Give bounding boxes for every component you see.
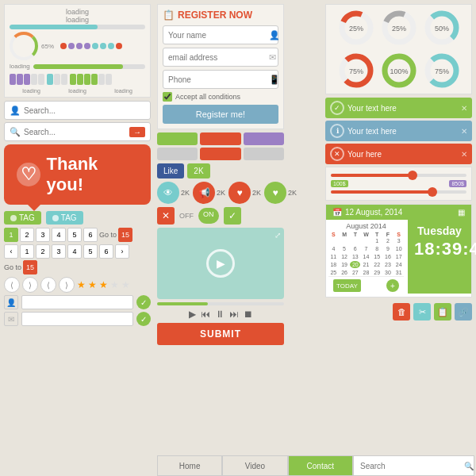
btn-red-1[interactable] bbox=[200, 132, 240, 145]
nav-btn-4[interactable]: ⟩ bbox=[59, 277, 75, 293]
nav-search-input[interactable] bbox=[360, 462, 461, 470]
add-event-button[interactable]: + bbox=[386, 279, 399, 292]
calendar-grid-icon[interactable]: ▦ bbox=[458, 208, 465, 217]
cal-day-21[interactable]: 21 bbox=[361, 261, 371, 268]
cal-day-17[interactable]: 17 bbox=[393, 253, 404, 260]
register-button[interactable]: Register me! bbox=[163, 105, 278, 124]
check-2[interactable]: ✓ bbox=[136, 312, 151, 326]
cal-day-1[interactable]: 1 bbox=[372, 237, 382, 244]
cal-day-30[interactable]: 30 bbox=[383, 269, 393, 276]
like-icon[interactable]: ♥ bbox=[264, 182, 286, 204]
btn-gray-1[interactable] bbox=[157, 148, 198, 160]
toggle-switch[interactable]: ON bbox=[198, 208, 219, 224]
cal-day-18[interactable]: 18 bbox=[328, 261, 339, 268]
prev-btn[interactable]: ‹ bbox=[4, 244, 18, 259]
cal-day-13[interactable]: 13 bbox=[350, 253, 360, 260]
cal-day-20[interactable]: 20 bbox=[350, 261, 360, 268]
cal-day-28[interactable]: 28 bbox=[361, 269, 371, 276]
play-ctrl[interactable]: ▶ bbox=[189, 309, 196, 320]
nav-btn-3[interactable]: ⟨ bbox=[40, 277, 56, 293]
link-icon[interactable]: 🔗 bbox=[455, 303, 472, 321]
page2-2[interactable]: 2 bbox=[36, 244, 50, 259]
page-5[interactable]: 5 bbox=[67, 228, 82, 242]
page-1[interactable]: 1 bbox=[4, 228, 18, 242]
submit-button[interactable]: SUBMIT bbox=[157, 323, 284, 345]
cal-day-29[interactable]: 29 bbox=[372, 269, 382, 276]
notif-close-1[interactable]: ✕ bbox=[461, 104, 467, 113]
cal-day-7[interactable]: 7 bbox=[361, 245, 371, 252]
like-button[interactable]: Like bbox=[157, 163, 184, 178]
phone-field[interactable]: 📱 bbox=[163, 70, 278, 89]
tag-2-wrap[interactable]: TAG bbox=[46, 211, 83, 225]
page2-6[interactable]: 6 bbox=[99, 244, 113, 259]
cal-day-22[interactable]: 22 bbox=[372, 261, 382, 268]
delete-icon[interactable]: 🗑 bbox=[393, 303, 410, 321]
slider-thumb-1[interactable] bbox=[408, 171, 417, 180]
star-5[interactable]: ★ bbox=[121, 279, 130, 290]
cal-day-14[interactable]: 14 bbox=[361, 253, 371, 260]
today-button[interactable]: TODAY bbox=[333, 279, 361, 292]
notif-close-2[interactable]: ✕ bbox=[461, 127, 467, 136]
cal-day-12[interactable]: 12 bbox=[340, 253, 350, 260]
name-field[interactable]: 👤 bbox=[163, 25, 278, 44]
cal-day-9[interactable]: 9 bbox=[383, 245, 393, 252]
play-button[interactable]: ▶ bbox=[206, 249, 235, 278]
cal-day-26[interactable]: 26 bbox=[340, 269, 350, 276]
nav-video[interactable]: Video bbox=[222, 455, 287, 476]
check-button[interactable]: ✓ bbox=[224, 207, 241, 225]
star-2[interactable]: ★ bbox=[88, 279, 97, 290]
user-bar[interactable] bbox=[21, 295, 133, 309]
next-btn[interactable]: › bbox=[115, 244, 129, 259]
slider-track-2[interactable] bbox=[331, 190, 466, 194]
toggle-on[interactable]: ON bbox=[198, 208, 219, 224]
search-arrow-btn[interactable]: → bbox=[129, 127, 145, 137]
cal-day-5[interactable]: 5 bbox=[340, 245, 350, 252]
star-3[interactable]: ★ bbox=[99, 279, 108, 290]
star-4[interactable]: ★ bbox=[110, 279, 119, 290]
search-input-1[interactable] bbox=[24, 106, 145, 115]
page-4[interactable]: 4 bbox=[52, 228, 66, 242]
cal-day-8[interactable]: 8 bbox=[372, 245, 382, 252]
nav-btn-1[interactable]: ⟨ bbox=[4, 277, 20, 293]
cal-day-3[interactable]: 3 bbox=[393, 237, 404, 244]
cal-day-23[interactable]: 23 bbox=[383, 261, 393, 268]
stop-ctrl[interactable]: ⏹ bbox=[244, 309, 253, 320]
nav-contact[interactable]: Contact bbox=[288, 455, 353, 476]
star-1[interactable]: ★ bbox=[77, 279, 86, 290]
page2-4[interactable]: 4 bbox=[67, 244, 82, 259]
check-1[interactable]: ✓ bbox=[136, 295, 151, 309]
cal-day-27[interactable]: 27 bbox=[350, 269, 360, 276]
btn-green-1[interactable] bbox=[157, 132, 198, 145]
heart-icon-social[interactable]: ♥ bbox=[228, 182, 251, 204]
cal-day-11[interactable]: 11 bbox=[328, 253, 339, 260]
cal-day-6[interactable]: 6 bbox=[350, 245, 360, 252]
forward-ctrl[interactable]: ⏭ bbox=[229, 309, 239, 320]
btn-purple-1[interactable] bbox=[244, 132, 284, 145]
cal-day-15[interactable]: 15 bbox=[372, 253, 382, 260]
page2-3[interactable]: 3 bbox=[52, 244, 66, 259]
video-progress-bar[interactable] bbox=[157, 302, 284, 305]
page-current-1[interactable]: 15 bbox=[118, 228, 132, 242]
page-6[interactable]: 6 bbox=[83, 228, 98, 242]
page2-5[interactable]: 5 bbox=[83, 244, 98, 259]
mail-bar[interactable] bbox=[21, 312, 133, 326]
nav-btn-2[interactable]: ⟩ bbox=[22, 277, 38, 293]
email-input[interactable] bbox=[168, 53, 269, 62]
speaker-icon[interactable]: 📢 bbox=[193, 182, 215, 204]
nav-search-icon[interactable]: 🔍 bbox=[464, 462, 474, 470]
accept-checkbox[interactable] bbox=[163, 92, 172, 102]
cal-day-19[interactable]: 19 bbox=[340, 261, 350, 268]
cal-day-4[interactable]: 4 bbox=[328, 245, 339, 252]
nav-search[interactable]: 🔍 bbox=[353, 455, 474, 476]
name-input[interactable] bbox=[168, 31, 269, 40]
cal-day-10[interactable]: 10 bbox=[393, 245, 404, 252]
cal-day-31[interactable]: 31 bbox=[393, 269, 404, 276]
phone-input[interactable] bbox=[168, 75, 269, 84]
page-3[interactable]: 3 bbox=[36, 228, 50, 242]
view-icon[interactable]: 👁 bbox=[157, 182, 179, 204]
copy-icon[interactable]: 📋 bbox=[434, 303, 451, 321]
slider-thumb-2[interactable] bbox=[428, 187, 437, 197]
email-field[interactable]: ✉ bbox=[163, 48, 278, 67]
cal-day-16[interactable]: 16 bbox=[383, 253, 393, 260]
search-box-1[interactable]: 👤 bbox=[4, 101, 151, 120]
